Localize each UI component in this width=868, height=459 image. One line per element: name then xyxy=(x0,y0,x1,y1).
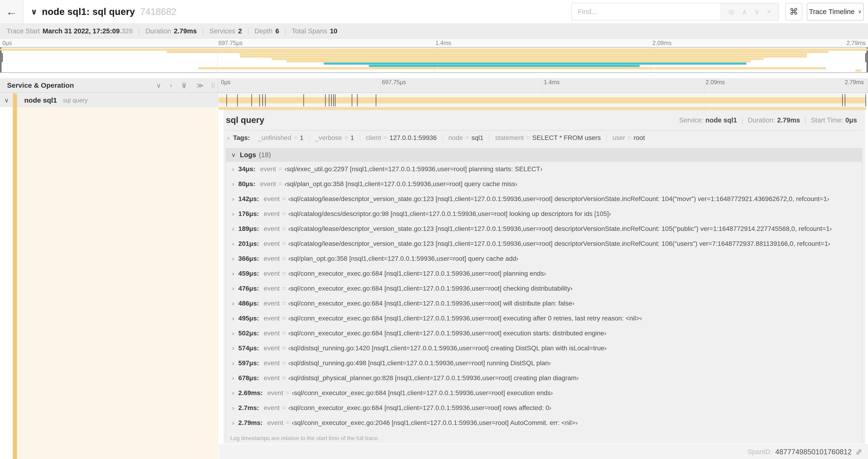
equals-sign: = xyxy=(286,389,289,397)
keyboard-shortcuts-button[interactable]: ⌘ xyxy=(785,3,802,21)
tag-item[interactable]: statement = SELECT * FROM users xyxy=(489,134,607,141)
log-entry[interactable]: › 476μs: event = ‹sql/conn_executor_exec… xyxy=(226,281,862,296)
span-detail-area: sql query Service: node sql1 Duration: 2… xyxy=(218,107,868,459)
equals-sign: = xyxy=(282,315,286,322)
tag-item[interactable]: user = root xyxy=(607,134,651,141)
tag-item[interactable]: client = 127.0.0.1:59936 xyxy=(360,134,442,141)
log-entry[interactable]: › 201μs: event = ‹sql/catalog/lease/desc… xyxy=(226,236,862,251)
log-entry[interactable]: › 486μs: event = ‹sql/conn_executor_exec… xyxy=(226,296,862,311)
locate-icon[interactable]: ◎ xyxy=(728,8,735,16)
minimap-span xyxy=(324,63,746,65)
expand-one-icon[interactable]: › xyxy=(170,81,172,89)
ruler-tick-label: 2.09ms xyxy=(704,79,725,86)
span-detail-meta: Service: node sql1 Duration: 2.79ms Star… xyxy=(674,117,862,124)
chevron-right-icon: › xyxy=(232,226,234,232)
equals-sign: = xyxy=(282,285,286,292)
ruler-tick-label: 0μs xyxy=(2,40,12,46)
service-operation-title: Service & Operation xyxy=(7,81,156,89)
minimap-right-scrubber[interactable] xyxy=(867,47,868,72)
span-row-name-cell[interactable]: ∨ node sql1 sql query xyxy=(0,94,218,107)
log-field-value: ‹sql/plan_opt.go:358 [nsql1,client=127.0… xyxy=(288,255,519,262)
equals-sign: = xyxy=(282,374,286,382)
minimap-canvas[interactable] xyxy=(0,47,868,73)
tag-value: SELECT * FROM users xyxy=(532,134,601,141)
tags-row[interactable]: › Tags: _unfinished = 1 _verbose = 1 cli… xyxy=(226,131,862,145)
minimap-span xyxy=(240,56,807,58)
ruler-tick-label: 1.4ms xyxy=(434,40,451,46)
span-detail-left-column xyxy=(0,107,218,459)
tag-item[interactable]: _verbose = 1 xyxy=(309,134,360,141)
minimap-span xyxy=(167,51,828,53)
tag-item[interactable]: node = sql1 xyxy=(442,134,489,141)
column-resizer[interactable] xyxy=(212,83,214,88)
minimap-span xyxy=(0,48,868,51)
log-entry[interactable]: › 34μs: event = ‹sql/exec_util.go:2297 [… xyxy=(226,162,862,176)
log-entry[interactable]: › 189μs: event = ‹sql/catalog/lease/desc… xyxy=(226,221,862,236)
log-entry[interactable]: › 495μs: event = ‹sql/conn_executor_exec… xyxy=(226,311,862,326)
chevron-right-icon: › xyxy=(232,390,234,396)
equals-sign: = xyxy=(282,255,286,262)
log-entry[interactable]: › 597μs: event = ‹sql/distsql_running.go… xyxy=(226,356,862,371)
ruler-tick-label: 2.79ms xyxy=(845,79,864,86)
log-field-value: ‹sql/conn_executor_exec.go:684 [nsql1,cl… xyxy=(288,330,607,337)
log-entry[interactable]: › 459μs: event = ‹sql/conn_executor_exec… xyxy=(226,266,862,281)
duration-value: 2.79ms xyxy=(777,117,800,124)
equals-sign: = xyxy=(383,134,387,141)
equals-sign: = xyxy=(282,359,286,367)
scrubber-handle[interactable] xyxy=(865,53,868,62)
log-entry[interactable]: › 2.69ms: event = ‹sql/conn_executor_exe… xyxy=(226,386,862,400)
log-entry[interactable]: › 574μs: event = ‹sql/distsql_running.go… xyxy=(226,341,862,356)
span-bar-row-timeline[interactable] xyxy=(219,94,866,107)
next-result-icon[interactable]: ∨ xyxy=(754,8,760,16)
span-starttime-meta: Start Time: 0μs xyxy=(805,117,862,124)
log-timestamp: 459μs: xyxy=(238,270,259,277)
ruler-tick-label: 1.4ms xyxy=(542,79,560,86)
chevron-right-icon: › xyxy=(232,210,234,217)
log-entry[interactable]: › 142μs: event = ‹sql/catalog/lease/desc… xyxy=(226,192,862,206)
log-entry[interactable]: › 502μs: event = ‹sql/conn_executor_exec… xyxy=(226,326,862,341)
equals-sign: = xyxy=(282,270,286,277)
span-color-strip xyxy=(219,107,866,110)
log-field-key: event xyxy=(264,345,280,352)
collapse-one-icon[interactable]: ∨ xyxy=(156,81,161,89)
minimap-left-scrubber[interactable] xyxy=(0,47,1,72)
deep-link-icon[interactable] xyxy=(855,448,863,456)
log-timestamp: 201μs: xyxy=(238,240,259,248)
log-marker xyxy=(262,94,263,106)
find-input[interactable]: Find... xyxy=(572,3,720,20)
tag-item[interactable]: _unfinished = 1 xyxy=(252,134,309,141)
view-selector-button[interactable]: Trace Timeline ∨ xyxy=(807,3,864,21)
log-entry[interactable]: › 176μs: event = ‹sql/catalog/descs/desc… xyxy=(226,206,862,221)
tag-key: _verbose xyxy=(315,134,342,141)
ruler-tick-label: 2.09ms xyxy=(651,40,672,46)
back-button[interactable]: ← xyxy=(0,0,23,23)
logs-header[interactable]: ∨ Logs (18) xyxy=(226,149,862,162)
log-timestamp: 80μs: xyxy=(238,180,255,188)
log-entry[interactable]: › 678μs: event = ‹sql/distsql_physical_p… xyxy=(226,371,862,386)
trace-id: 7418682 xyxy=(140,6,177,17)
chevron-down-icon: ∨ xyxy=(858,9,862,15)
prev-result-icon[interactable]: ∧ xyxy=(742,8,747,16)
log-entry[interactable]: › 366μs: event = ‹sql/plan_opt.go:358 [n… xyxy=(226,251,862,266)
tag-key: user xyxy=(613,134,625,141)
log-entry[interactable]: › 2.7ms: event = ‹sql/conn_executor_exec… xyxy=(226,400,862,415)
log-timestamp: 366μs: xyxy=(238,255,259,262)
log-field-key: event xyxy=(264,404,280,412)
log-marker xyxy=(333,94,334,106)
log-entry[interactable]: › 80μs: event = ‹sql/plan_opt.go:358 [ns… xyxy=(226,176,862,192)
chevron-right-icon: › xyxy=(232,360,234,367)
log-field-key: event xyxy=(264,285,280,292)
log-field-key: event xyxy=(260,165,276,173)
collapse-title-chevron-icon[interactable]: ∨ xyxy=(31,7,37,16)
service-color-bar xyxy=(13,107,17,459)
expand-all-icon[interactable]: ≫ xyxy=(197,81,204,89)
clear-search-icon[interactable]: × xyxy=(767,8,771,15)
log-field-key: event xyxy=(264,374,280,382)
log-entry[interactable]: › 2.79ms: event = ‹sql/conn_executor_exe… xyxy=(226,415,862,430)
scrubber-handle[interactable] xyxy=(0,53,3,62)
trace-summary-bar: Trace Start March 31 2022, 17:25:09.326 … xyxy=(0,23,868,39)
span-duration-bar[interactable] xyxy=(219,97,866,103)
tags-label: Tags: xyxy=(233,134,250,141)
collapse-all-icon[interactable]: ≫ xyxy=(181,82,188,89)
span-collapse-chevron-icon[interactable]: ∨ xyxy=(0,97,13,104)
